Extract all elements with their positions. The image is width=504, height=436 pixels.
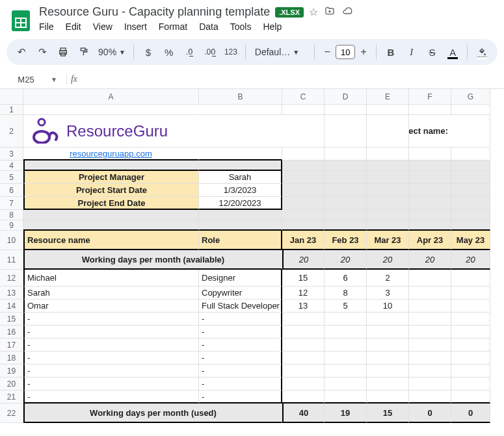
header-month: May 23 [451, 231, 490, 250]
title-row: Resource Guru - Capacity planning templa… [39, 5, 495, 19]
available-value[interactable]: 20 [367, 250, 409, 270]
redo-icon[interactable]: ↷ [34, 43, 52, 61]
cloud-status-icon[interactable] [341, 6, 353, 19]
row-header[interactable]: 15 [0, 313, 23, 326]
row-header[interactable]: 10 [0, 231, 23, 250]
row-header[interactable]: 18 [0, 352, 23, 365]
undo-icon[interactable]: ↶ [13, 43, 31, 61]
col-header-F[interactable]: F [409, 89, 451, 105]
row-header[interactable]: 12 [0, 270, 23, 287]
row-header[interactable]: 9 [0, 220, 23, 231]
title-icons: ☆ [309, 6, 353, 19]
row-header[interactable]: 22 [0, 404, 23, 423]
menu-edit[interactable]: Edit [66, 21, 81, 32]
menu-file[interactable]: File [39, 21, 54, 32]
menu-format[interactable]: Format [159, 21, 187, 32]
resource-val[interactable]: 15 [282, 270, 325, 287]
available-value[interactable]: 20 [325, 250, 367, 270]
file-format-badge: .XLSX [275, 7, 304, 18]
menu-view[interactable]: View [93, 21, 113, 32]
paint-format-icon[interactable] [75, 43, 93, 61]
resource-guru-logo: ResourceGuru [26, 116, 168, 146]
row-header[interactable]: 16 [0, 326, 23, 339]
cell-reference[interactable]: M25 [7, 75, 46, 84]
currency-icon[interactable]: $ [139, 43, 157, 61]
row-header[interactable]: 8 [0, 210, 23, 220]
header-month: Jan 23 [282, 231, 325, 250]
font-size-plus[interactable]: + [356, 45, 371, 59]
row-header[interactable]: 11 [0, 250, 23, 270]
fill-color-icon[interactable] [473, 43, 491, 61]
increase-decimal-icon[interactable]: .00̲ [201, 43, 219, 61]
value-end-date[interactable]: 12/20/2023 [199, 197, 282, 210]
resource-name[interactable]: Omar [23, 300, 199, 313]
font-size-minus[interactable]: − [320, 45, 334, 59]
spreadsheet-grid[interactable]: A B C D E F G 1 2 ResourceGuru Project n… [0, 89, 504, 423]
star-icon[interactable]: ☆ [309, 6, 318, 18]
used-value[interactable]: 19 [325, 404, 367, 423]
row-header[interactable]: 13 [0, 287, 23, 300]
header-month: Feb 23 [325, 231, 367, 250]
used-value[interactable]: 15 [367, 404, 409, 423]
zoom-select[interactable]: 90%▼ [96, 47, 128, 57]
move-folder-icon[interactable] [325, 6, 335, 19]
font-select[interactable]: Defaul… ▼ [251, 47, 309, 57]
text-color-icon[interactable]: A [444, 43, 462, 61]
used-value[interactable]: 40 [282, 404, 325, 423]
row-header[interactable]: 5 [0, 171, 23, 184]
col-header-B[interactable]: B [199, 89, 282, 105]
menu-help[interactable]: Help [263, 21, 282, 32]
row-header[interactable]: 19 [0, 365, 23, 378]
row-header[interactable]: 3 [0, 147, 23, 160]
value-project-manager[interactable]: Sarah [199, 171, 282, 184]
available-value[interactable]: 20 [451, 250, 490, 270]
used-value[interactable]: 0 [409, 404, 451, 423]
row-header[interactable]: 1 [0, 105, 23, 115]
titlebar: Resource Guru - Capacity planning templa… [0, 0, 504, 36]
grid-corner[interactable] [0, 89, 23, 105]
resource-name[interactable]: Sarah [23, 287, 199, 300]
row-header[interactable]: 2 [0, 115, 23, 147]
font-size-input[interactable] [336, 45, 355, 59]
used-value[interactable]: 0 [451, 404, 490, 423]
menubar: File Edit View Insert Format Data Tools … [39, 19, 495, 36]
row-header[interactable]: 4 [0, 160, 23, 171]
menu-data[interactable]: Data [199, 21, 219, 32]
col-header-D[interactable]: D [325, 89, 367, 105]
header-resource-name: Resource name [23, 231, 199, 250]
header-month: Apr 23 [409, 231, 451, 250]
row-header[interactable]: 6 [0, 184, 23, 197]
decrease-decimal-icon[interactable]: .0̲ [181, 43, 199, 61]
resource-role[interactable]: Designer [199, 270, 282, 287]
col-header-E[interactable]: E [367, 89, 409, 105]
col-header-C[interactable]: C [282, 89, 325, 105]
resourceguru-link[interactable]: resourceguruapp.com [70, 149, 152, 159]
header-month: Mar 23 [367, 231, 409, 250]
row-header[interactable]: 20 [0, 378, 23, 391]
row-header[interactable]: 14 [0, 300, 23, 313]
font-size-control: − + [320, 45, 371, 59]
available-value[interactable]: 20 [409, 250, 451, 270]
resource-name[interactable]: Michael [23, 270, 199, 287]
cell-reference-dropdown-icon[interactable]: ▼ [51, 76, 57, 83]
value-start-date[interactable]: 1/3/2023 [199, 184, 282, 197]
print-icon[interactable] [55, 43, 73, 61]
italic-icon[interactable]: I [403, 43, 421, 61]
project-name-label: Project name: [409, 115, 451, 147]
bold-icon[interactable]: B [382, 43, 400, 61]
used-label: Working days per month (used) [23, 404, 282, 423]
sheets-logo-icon[interactable] [9, 5, 33, 36]
more-formats-icon[interactable]: 123 [222, 43, 240, 61]
row-header[interactable]: 21 [0, 391, 23, 404]
row-header[interactable]: 7 [0, 197, 23, 210]
document-title[interactable]: Resource Guru - Capacity planning templa… [39, 5, 270, 19]
label-start-date: Project Start Date [23, 184, 199, 197]
row-header[interactable]: 17 [0, 339, 23, 352]
strikethrough-icon[interactable]: S [423, 43, 442, 61]
percent-icon[interactable]: % [160, 43, 178, 61]
menu-insert[interactable]: Insert [124, 21, 147, 32]
available-value[interactable]: 20 [282, 250, 325, 270]
col-header-A[interactable]: A [23, 89, 199, 105]
menu-tools[interactable]: Tools [230, 21, 252, 32]
col-header-G[interactable]: G [451, 89, 490, 105]
